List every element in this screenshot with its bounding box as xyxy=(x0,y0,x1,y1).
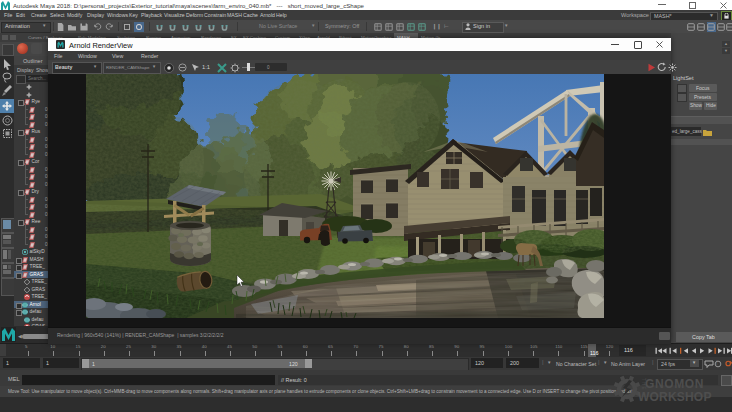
svg-text:GNOMON: GNOMON xyxy=(645,377,704,391)
svg-text:WORKSHOP: WORKSHOP xyxy=(638,390,712,404)
